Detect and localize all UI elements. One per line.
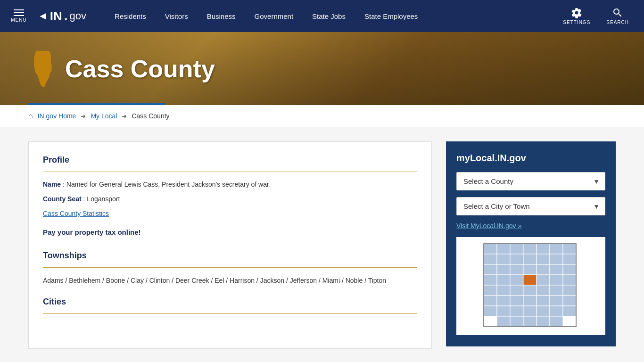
breadcrumb-arrow-1: ➜ [81,113,86,120]
logo-in: IN [50,9,62,24]
svg-rect-54 [550,316,563,327]
nav-state-employees[interactable]: State Employees [355,0,427,32]
profile-divider [43,172,417,172]
breadcrumb-arrow-2: ➜ [122,113,127,120]
svg-rect-37 [497,296,510,306]
sidebar-title: myLocal.IN.gov [456,153,605,164]
hero-content: Cass County [28,50,215,88]
svg-rect-27 [550,275,563,285]
stats-link[interactable]: Cass County Statistics [43,210,109,217]
search-button[interactable]: SEARCH [601,7,635,25]
profile-title: Profile [43,155,417,165]
nav-right-icons: SETTINGS SEARCH [557,7,635,25]
townships-title: Townships [43,251,417,261]
svg-rect-4 [523,244,537,254]
svg-rect-47 [537,306,550,316]
svg-rect-11 [523,254,537,264]
breadcrumb-home-link[interactable]: IN.gov Home [38,112,76,120]
svg-rect-14 [563,254,576,264]
nav-business[interactable]: Business [198,0,245,32]
home-icon: ⌂ [28,112,33,120]
svg-rect-53 [537,316,550,327]
cities-section: Cities [43,297,417,314]
svg-rect-44 [497,306,510,316]
svg-rect-25 [523,275,537,285]
indiana-map [479,239,583,333]
sidebar-card: myLocal.IN.gov Select a County ▼ Select … [446,141,616,346]
svg-rect-21 [563,264,576,275]
svg-rect-10 [510,254,523,264]
svg-rect-5 [537,244,550,254]
name-row: Name : Named for General Lewis Cass, Pre… [43,180,417,189]
county-seat-label: County Seat [43,195,82,203]
property-tax-divider [43,243,417,243]
nav-visitors[interactable]: Visitors [156,0,198,32]
county-seat-row: County Seat : Logansport [43,194,417,204]
svg-rect-24 [510,275,523,285]
svg-rect-36 [484,296,497,306]
main-layout: Profile Name : Named for General Lewis C… [0,127,644,362]
svg-rect-41 [550,296,563,306]
svg-rect-51 [510,316,523,327]
settings-button[interactable]: SETTINGS [557,7,596,25]
svg-rect-16 [497,264,510,275]
profile-section: Profile Name : Named for General Lewis C… [43,155,417,219]
county-seat-value: : Logansport [83,195,120,203]
svg-rect-42 [563,296,576,306]
city-dropdown[interactable]: Select a City or Town [456,197,605,215]
svg-rect-20 [550,264,563,275]
logo-gov: gov [70,10,86,22]
svg-rect-8 [484,254,497,264]
property-tax-section: Pay your property tax online! [43,228,417,243]
svg-rect-23 [497,275,510,285]
svg-rect-2 [497,244,510,254]
county-dropdown[interactable]: Select a County [456,172,605,190]
svg-rect-3 [510,244,523,254]
nav-government[interactable]: Government [245,0,303,32]
breadcrumb: ⌂ IN.gov Home ➜ My Local ➜ Cass County [0,105,644,127]
svg-rect-49 [563,306,576,316]
townships-section: Townships Adams / Bethlehem / Boone / Cl… [43,251,417,286]
logo-dot: . [64,8,68,24]
svg-rect-38 [510,296,523,306]
svg-rect-45 [510,306,523,316]
indiana-silhouette-icon [28,50,57,88]
svg-rect-6 [550,244,563,254]
name-label: Name [43,181,61,188]
svg-rect-12 [537,254,550,264]
svg-rect-30 [497,285,510,296]
navigation: MENU ◄ IN . gov Residents Visitors Busin… [0,0,644,32]
nav-state-jobs[interactable]: State Jobs [303,0,355,32]
page-title: Cass County [65,55,215,83]
svg-rect-19 [537,264,550,275]
cities-title: Cities [43,297,417,307]
breadcrumb-mylocal-link[interactable]: My Local [91,112,117,120]
svg-rect-18 [523,264,537,275]
svg-rect-13 [550,254,563,264]
settings-label: SETTINGS [563,20,590,25]
svg-rect-31 [510,285,523,296]
hero-section: Cass County [0,32,644,105]
nav-residents[interactable]: Residents [105,0,156,32]
svg-rect-34 [550,285,563,296]
svg-rect-17 [510,264,523,275]
name-value: : Named for General Lewis Cass, Presiden… [63,181,269,188]
townships-divider [43,267,417,268]
property-tax-link[interactable]: Pay your property tax online! [43,228,141,236]
search-label: SEARCH [606,20,629,25]
townships-list: Adams / Bethlehem / Boone / Clay / Clint… [43,275,417,286]
cities-divider [43,313,417,314]
hamburger-icon [14,9,24,16]
county-dropdown-wrapper: Select a County ▼ [456,172,605,190]
content-card: Profile Name : Named for General Lewis C… [28,141,432,349]
svg-rect-52 [523,316,537,327]
svg-rect-29 [484,285,497,296]
logo-link[interactable]: ◄ IN . gov [38,8,86,24]
svg-rect-9 [497,254,510,264]
stats-row: Cass County Statistics [43,209,417,219]
visit-mylocal-link[interactable]: Visit MyLocal.IN.gov » [456,222,605,230]
svg-rect-50 [497,316,510,327]
svg-rect-28 [563,275,576,285]
city-dropdown-wrapper: Select a City or Town ▼ [456,197,605,215]
menu-button[interactable]: MENU [9,9,28,23]
